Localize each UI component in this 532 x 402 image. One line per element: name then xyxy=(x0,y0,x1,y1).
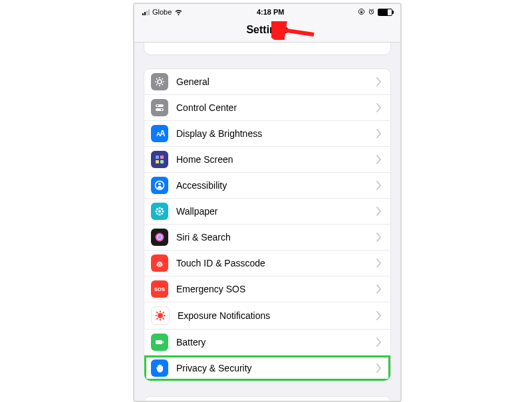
settings-row-siri[interactable]: Siri & Search xyxy=(144,224,390,250)
settings-row-sos[interactable]: Emergency SOS xyxy=(144,276,390,302)
chevron-right-icon xyxy=(376,338,382,347)
row-label: Privacy & Security xyxy=(176,363,368,373)
row-label: General xyxy=(176,76,368,87)
svg-rect-1 xyxy=(360,11,362,13)
chevron-right-icon xyxy=(376,129,382,138)
row-label: Accessibility xyxy=(176,180,368,191)
hand-icon xyxy=(151,359,168,377)
settings-row-exposure[interactable]: Exposure Notifications xyxy=(144,302,390,329)
row-label: Emergency SOS xyxy=(176,284,368,294)
virus-icon xyxy=(151,306,170,325)
cell-signal-icon xyxy=(142,9,150,15)
settings-group: GeneralControl CenterDisplay & Brightnes… xyxy=(144,68,391,381)
annotation-arrow xyxy=(271,21,318,40)
row-label: Control Center xyxy=(176,102,368,113)
settings-row-battery[interactable]: Battery xyxy=(144,329,390,355)
alarm-icon xyxy=(368,8,375,17)
gear-icon xyxy=(151,73,168,90)
row-label: Wallpaper xyxy=(176,206,368,217)
nav-bar: Settings xyxy=(134,18,400,43)
chevron-right-icon xyxy=(376,181,382,190)
battery-icon xyxy=(151,334,168,351)
chevron-right-icon xyxy=(376,311,382,320)
settings-row-general[interactable]: General xyxy=(144,69,390,94)
flower-icon xyxy=(151,203,168,220)
sos-icon xyxy=(151,280,168,298)
status-time: 4:18 PM xyxy=(257,8,285,16)
settings-row-touchid[interactable]: Touch ID & Passcode xyxy=(144,250,390,276)
phone-frame: Globe 4:18 PM Settings GeneralContro xyxy=(133,3,402,402)
settings-scroll[interactable]: GeneralControl CenterDisplay & Brightnes… xyxy=(134,43,400,402)
settings-row-home-screen[interactable]: Home Screen xyxy=(144,146,390,172)
row-label: Display & Brightness xyxy=(176,128,368,139)
siri-icon xyxy=(151,229,168,246)
wifi-icon xyxy=(174,7,183,17)
carrier-label: Globe xyxy=(152,8,172,16)
person-icon xyxy=(151,177,168,194)
fingerprint-icon xyxy=(151,254,168,272)
chevron-right-icon xyxy=(376,207,382,216)
battery-icon xyxy=(378,9,392,16)
status-bar: Globe 4:18 PM xyxy=(134,4,400,18)
settings-row-privacy[interactable]: Privacy & Security xyxy=(144,355,390,381)
svg-line-4 xyxy=(278,29,314,35)
chevron-right-icon xyxy=(376,363,382,373)
settings-row-appstore[interactable]: App Store xyxy=(144,397,390,402)
chevron-right-icon xyxy=(376,103,382,112)
orientation-lock-icon xyxy=(358,8,365,17)
chevron-right-icon xyxy=(376,233,382,242)
settings-row-display[interactable]: Display & Brightness xyxy=(144,120,390,146)
chevron-right-icon xyxy=(376,284,382,294)
settings-row-control-center[interactable]: Control Center xyxy=(144,94,390,120)
sliders-icon xyxy=(151,99,168,116)
settings-row-wallpaper[interactable]: Wallpaper xyxy=(144,198,390,224)
chevron-right-icon xyxy=(376,77,382,86)
settings-group: App StoreWallet xyxy=(144,396,391,402)
text-size-icon xyxy=(151,125,168,142)
apps-icon xyxy=(151,151,168,168)
chevron-right-icon xyxy=(376,155,382,164)
row-label: Exposure Notifications xyxy=(178,310,368,321)
previous-group-tail xyxy=(144,43,391,55)
chevron-right-icon xyxy=(376,258,382,268)
row-label: Battery xyxy=(176,337,368,348)
row-label: Siri & Search xyxy=(176,232,368,243)
row-label: Touch ID & Passcode xyxy=(176,258,368,268)
row-label: Home Screen xyxy=(176,154,368,165)
settings-row-accessibility[interactable]: Accessibility xyxy=(144,172,390,198)
